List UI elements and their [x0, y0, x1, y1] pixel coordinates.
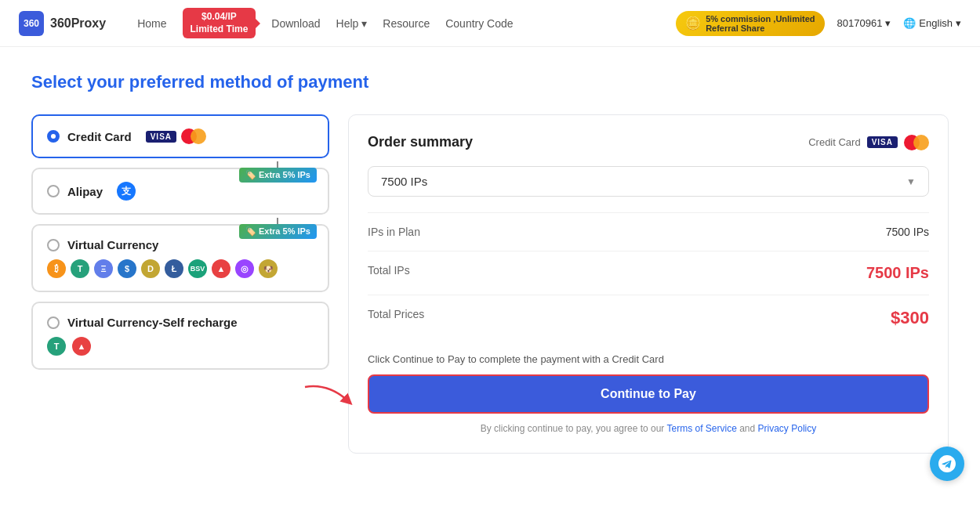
nav-right: 🪙 5% commission ,UnlimitedReferral Share…: [676, 11, 961, 36]
payment-note: Click Continue to Pay to complete the pa…: [368, 353, 929, 365]
tether-self-icon: T: [47, 337, 66, 356]
logo-text: 360Proxy: [50, 16, 106, 31]
nav-resource[interactable]: Resource: [383, 17, 430, 30]
virtual-currency-radio: [47, 239, 60, 251]
nav-country-code[interactable]: Country Code: [445, 17, 513, 30]
terms-of-service-link[interactable]: Terms of Service: [666, 423, 736, 434]
mastercard-logo: [181, 128, 206, 144]
logo-icon: 360: [19, 11, 44, 36]
alipay-badge-text: Extra 5% IPs: [239, 168, 317, 183]
avax-icon: ▲: [212, 259, 230, 278]
ethereum-icon: Ξ: [94, 259, 113, 278]
user-dropdown-arrow: ▾: [885, 17, 891, 29]
crypto-icons-list: ₿ T Ξ $ D Ł BSV ▲ ◎ 🐶: [47, 259, 314, 278]
arrow-annotation: [297, 379, 360, 414]
alipay-label: Alipay: [67, 185, 103, 198]
continue-to-pay-button[interactable]: Continue to Pay: [368, 374, 929, 414]
ip-selector-chevron: ▼: [906, 176, 916, 187]
order-header: Order summary Credit Card VISA: [368, 134, 929, 150]
credit-card-radio: [47, 130, 60, 143]
nav-help[interactable]: Help ▾: [336, 17, 368, 30]
nav-links: Home $0.04/IP Limited Time Download Help…: [137, 8, 657, 38]
terms-conjunction: and: [737, 423, 758, 434]
order-mastercard-logo: [904, 135, 929, 150]
nav-download[interactable]: Download: [271, 17, 320, 30]
total-prices-label: Total Prices: [368, 308, 424, 328]
virtual-currency-label: Virtual Currency: [67, 238, 158, 251]
language-selector[interactable]: 🌐 English ▾: [903, 17, 961, 29]
alipay-extra-badge: Extra 5% IPs: [239, 161, 317, 183]
telegram-icon: [938, 455, 956, 472]
order-summary-title: Order summary: [368, 134, 473, 150]
credit-card-logos: VISA: [146, 128, 206, 144]
logo[interactable]: 360 360Proxy: [19, 11, 106, 36]
visa-logo: VISA: [146, 131, 176, 143]
self-recharge-header: Virtual Currency-Self recharge: [47, 316, 314, 329]
referral-text: 5% commission ,UnlimitedReferral Share: [706, 14, 815, 33]
nav-promo-banner[interactable]: $0.04/IP Limited Time: [183, 8, 256, 38]
self-recharge-option[interactable]: Virtual Currency-Self recharge T ▲: [31, 302, 329, 370]
globe-icon: 🌐: [903, 17, 916, 29]
user-id-text: 80170961: [837, 17, 883, 29]
order-card-info: Credit Card VISA: [808, 135, 929, 150]
credit-card-label: Credit Card: [67, 130, 132, 143]
coin-icon: 🪙: [685, 16, 701, 31]
credit-card-header: Credit Card VISA: [47, 128, 314, 144]
arrow-svg: [297, 379, 360, 414]
order-card-label: Credit Card: [808, 136, 860, 148]
ips-in-plan-label: IPs in Plan: [368, 226, 420, 238]
total-ips-label: Total IPs: [368, 264, 410, 282]
solana-icon: ◎: [235, 259, 254, 278]
self-recharge-label: Virtual Currency-Self recharge: [67, 316, 237, 329]
lang-dropdown-arrow: ▾: [956, 17, 961, 29]
terms-text: By clicking continue to pay, you agree t…: [368, 423, 929, 434]
virtual-currency-extra-badge: Extra 5% IPs: [239, 218, 317, 239]
ip-count-selector[interactable]: 7500 IPs ▼: [368, 166, 929, 197]
alipay-icon: 支: [117, 182, 136, 201]
avax-self-icon: ▲: [72, 337, 91, 356]
order-visa-logo: VISA: [867, 136, 898, 148]
order-summary-panel: Order summary Credit Card VISA 7500 IPs …: [348, 114, 949, 454]
bitcoin-icon: ₿: [47, 259, 66, 278]
tether-icon: T: [71, 259, 89, 278]
virtual-currency-option[interactable]: Extra 5% IPs Virtual Currency ₿ T Ξ $ D …: [31, 224, 329, 292]
alipay-radio: [47, 185, 60, 197]
dogecoin-icon: D: [141, 259, 160, 278]
bsv-icon: BSV: [188, 259, 207, 278]
privacy-policy-link[interactable]: Privacy Policy: [758, 423, 817, 434]
continue-btn-label: Continue to Pay: [601, 387, 696, 400]
ips-in-plan-value: 7500 IPs: [886, 226, 929, 238]
litecoin-icon: Ł: [165, 259, 183, 278]
alipay-option[interactable]: Extra 5% IPs Alipay 支: [31, 168, 329, 215]
telegram-float-button[interactable]: [930, 447, 964, 479]
virtual-currency-header: Virtual Currency: [47, 238, 314, 251]
total-ips-value: 7500 IPs: [866, 264, 929, 282]
alipay-header: Alipay 支: [47, 182, 314, 201]
self-recharge-icons-list: T ▲: [47, 337, 314, 356]
continue-btn-section: Continue to Pay: [368, 374, 929, 414]
promo-arrow: [256, 19, 260, 28]
user-id-dropdown[interactable]: 80170961 ▾: [837, 17, 891, 29]
main-content: Select your preferred method of payment …: [0, 47, 980, 479]
total-prices-row: Total Prices $300: [368, 295, 929, 341]
language-text: English: [919, 17, 953, 29]
total-ips-row: Total IPs 7500 IPs: [368, 251, 929, 295]
ips-in-plan-row: IPs in Plan 7500 IPs: [368, 212, 929, 251]
total-prices-value: $300: [891, 308, 929, 328]
navbar: 360 360Proxy Home $0.04/IP Limited Time …: [0, 0, 980, 47]
shib-icon: 🐶: [259, 259, 278, 278]
referral-badge[interactable]: 🪙 5% commission ,UnlimitedReferral Share: [676, 11, 824, 36]
virtual-currency-badge-text: Extra 5% IPs: [239, 224, 317, 239]
nav-home[interactable]: Home: [137, 17, 166, 30]
credit-card-option[interactable]: Credit Card VISA: [31, 114, 329, 158]
payment-methods-panel: Credit Card VISA Extra 5% IPs: [31, 114, 329, 454]
content-area: Credit Card VISA Extra 5% IPs: [31, 114, 949, 454]
page-title: Select your preferred method of payment: [31, 72, 949, 92]
self-recharge-radio: [47, 316, 60, 329]
promo-price: $0.04/IP: [201, 11, 237, 24]
promo-text: Limited Time: [191, 24, 249, 36]
usdc-icon: $: [118, 259, 136, 278]
ip-count-value: 7500 IPs: [381, 175, 427, 188]
terms-prefix: By clicking continue to pay, you agree t…: [481, 423, 667, 434]
